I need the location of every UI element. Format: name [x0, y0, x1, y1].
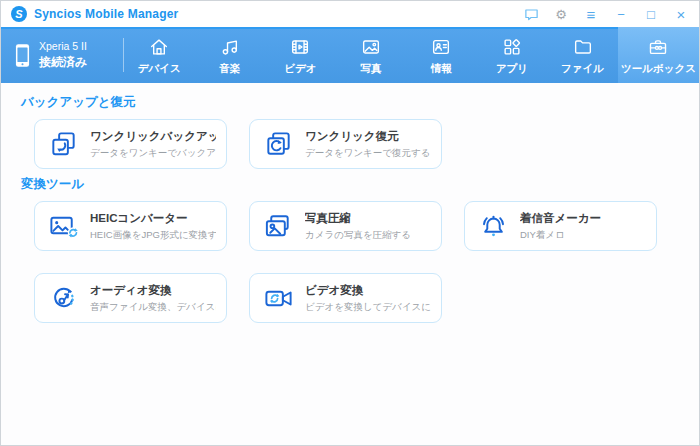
menu-icon[interactable]: ≡: [583, 6, 599, 22]
card-subtitle: ビデオを変換してデバイスに追加: [305, 301, 431, 314]
music-icon: [219, 36, 241, 58]
card-subtitle: データをワンキーでバックアップ: [90, 147, 216, 160]
app-window: S Syncios Mobile Manager ⚙ ≡ − □ × Xperi…: [0, 0, 700, 446]
one-click-restore-card[interactable]: ワンクリック復元 データをワンキーで復元する: [249, 119, 442, 169]
toolbox-icon: [647, 36, 669, 58]
syncios-logo-icon: S: [11, 6, 27, 22]
card-title: 着信音メーカー: [520, 211, 601, 226]
card-subtitle: カメラの写真を圧縮する: [305, 229, 411, 242]
ringtone-maker-icon: [478, 211, 509, 242]
photo-compress-icon: [263, 211, 294, 242]
audio-convert-card[interactable]: オーディオ変換 音声ファイル変換、デバイスに同期: [34, 273, 227, 323]
feedback-icon[interactable]: [523, 6, 539, 22]
card-subtitle: HEIC画像をJPG形式に変換する: [90, 229, 216, 242]
home-icon: [148, 36, 170, 58]
nav-tab-information[interactable]: 情報: [406, 27, 477, 83]
phone-icon: [15, 43, 30, 68]
minimize-icon[interactable]: −: [613, 6, 629, 22]
navbar: Xperia 5 II 接続済み デバイス 音楽: [1, 27, 699, 83]
card-subtitle: データをワンキーで復元する: [305, 147, 431, 160]
nav-tab-photos[interactable]: 写真: [336, 27, 407, 83]
one-click-backup-card[interactable]: ワンクリックバックアップ データをワンキーでバックアップ: [34, 119, 227, 169]
one-click-backup-icon: [48, 129, 79, 160]
card-subtitle: DIY着メロ: [520, 229, 601, 242]
device-status: 接続済み: [39, 54, 87, 71]
nav-tab-label: アプリ: [496, 62, 528, 76]
video-icon: [289, 36, 311, 58]
one-click-restore-icon: [263, 129, 294, 160]
nav-tab-label: デバイス: [138, 62, 181, 76]
card-title: 写真圧縮: [305, 211, 411, 226]
window-controls: ⚙ ≡ − □ ×: [523, 6, 689, 22]
card-title: ワンクリック復元: [305, 129, 431, 144]
photo-icon: [360, 36, 382, 58]
backup-restore-cards: ワンクリックバックアップ データをワンキーでバックアップ ワンクリック復元 デー…: [34, 119, 659, 169]
nav-tab-label: 情報: [431, 62, 452, 76]
card-title: ワンクリックバックアップ: [90, 129, 216, 144]
apps-icon: [501, 36, 523, 58]
heic-converter-icon: [48, 211, 79, 242]
card-title: オーディオ変換: [90, 283, 216, 298]
app-title: Syncios Mobile Manager: [34, 7, 178, 21]
ringtone-maker-card[interactable]: 着信音メーカー DIY着メロ: [464, 201, 657, 251]
nav-tab-toolbox[interactable]: ツールボックス: [618, 27, 699, 83]
maximize-icon[interactable]: □: [643, 6, 659, 22]
conversion-tools-cards: HEICコンバーター HEIC画像をJPG形式に変換する 写真圧縮 カメラの写真…: [34, 201, 659, 323]
nav-tab-video[interactable]: ビデオ: [265, 27, 336, 83]
nav-tab-files[interactable]: ファイル: [547, 27, 618, 83]
video-convert-icon: [263, 283, 294, 314]
video-convert-card[interactable]: ビデオ変換 ビデオを変換してデバイスに追加: [249, 273, 442, 323]
card-title: HEICコンバーター: [90, 211, 216, 226]
nav-tab-music[interactable]: 音楽: [195, 27, 266, 83]
heic-converter-card[interactable]: HEICコンバーター HEIC画像をJPG形式に変換する: [34, 201, 227, 251]
close-icon[interactable]: ×: [673, 6, 689, 22]
nav-tab-label: ビデオ: [284, 62, 316, 76]
nav-items: デバイス 音楽 ビデオ 写真: [124, 27, 699, 83]
photo-compress-card[interactable]: 写真圧縮 カメラの写真を圧縮する: [249, 201, 442, 251]
section-title-conversion-tools: 変換ツール: [21, 175, 679, 193]
device-info[interactable]: Xperia 5 II 接続済み: [1, 27, 123, 83]
nav-tab-apps[interactable]: アプリ: [477, 27, 548, 83]
contact-card-icon: [430, 36, 452, 58]
nav-tab-label: 写真: [360, 62, 381, 76]
nav-tab-device[interactable]: デバイス: [124, 27, 195, 83]
audio-convert-icon: [48, 283, 79, 314]
folder-icon: [572, 36, 594, 58]
titlebar: S Syncios Mobile Manager ⚙ ≡ − □ ×: [1, 1, 699, 27]
section-title-backup-restore: バックアップと復元: [21, 93, 679, 111]
device-name: Xperia 5 II: [39, 40, 87, 52]
toolbox-content: バックアップと復元 ワンクリックバックアップ データをワンキーでバックアップ: [1, 83, 699, 446]
card-subtitle: 音声ファイル変換、デバイスに同期: [90, 301, 216, 314]
nav-tab-label: 音楽: [219, 62, 240, 76]
settings-gear-icon[interactable]: ⚙: [553, 6, 569, 22]
nav-tab-label: ファイル: [561, 62, 604, 76]
nav-tab-label: ツールボックス: [621, 62, 696, 76]
card-title: ビデオ変換: [305, 283, 431, 298]
